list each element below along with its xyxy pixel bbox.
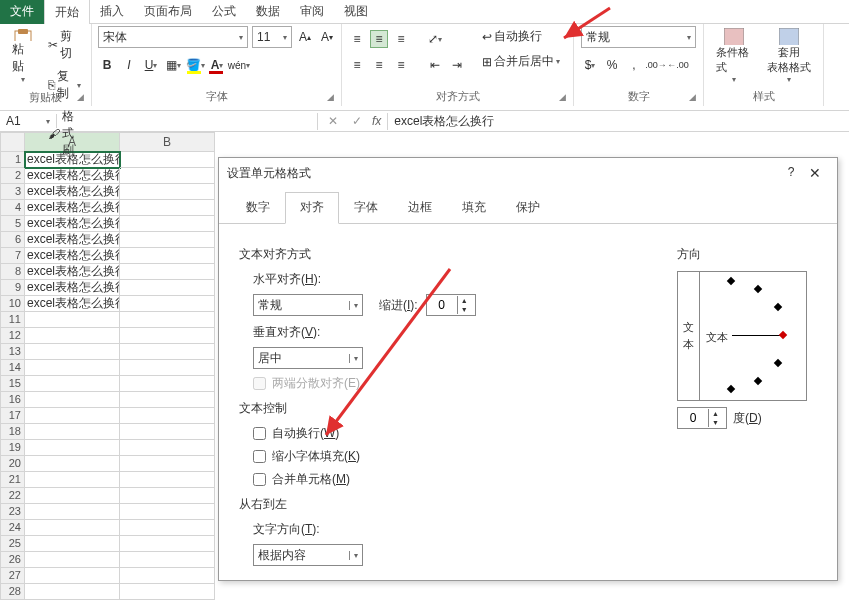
- comma-button[interactable]: ,: [625, 56, 643, 74]
- row-header[interactable]: 24: [0, 520, 25, 536]
- row-header[interactable]: 2: [0, 168, 25, 184]
- row-header[interactable]: 10: [0, 296, 25, 312]
- degree-input[interactable]: [678, 411, 708, 425]
- cell[interactable]: [120, 392, 215, 408]
- merge-center-button[interactable]: ⊞合并后居中▾: [478, 51, 564, 72]
- cell[interactable]: [25, 584, 120, 600]
- cell[interactable]: [25, 456, 120, 472]
- tab-review[interactable]: 审阅: [290, 0, 334, 24]
- cell[interactable]: [120, 472, 215, 488]
- dialog-help-button[interactable]: ?: [781, 165, 801, 181]
- row-header[interactable]: 17: [0, 408, 25, 424]
- cell[interactable]: [25, 488, 120, 504]
- font-color-button[interactable]: A▾: [208, 56, 226, 74]
- text-direction-select[interactable]: 根据内容▾: [253, 544, 363, 566]
- decrease-font-button[interactable]: A▾: [318, 28, 336, 46]
- tab-data[interactable]: 数据: [246, 0, 290, 24]
- v-align-select[interactable]: 居中▾: [253, 347, 363, 369]
- cell[interactable]: [120, 360, 215, 376]
- cell[interactable]: [120, 584, 215, 600]
- cell[interactable]: [120, 376, 215, 392]
- decrease-decimal-button[interactable]: ←.00: [669, 56, 687, 74]
- cell[interactable]: excel表格怎么换行: [25, 296, 120, 312]
- cell[interactable]: [120, 184, 215, 200]
- cell[interactable]: [25, 392, 120, 408]
- cell[interactable]: [25, 360, 120, 376]
- row-header[interactable]: 14: [0, 360, 25, 376]
- orientation-vertical[interactable]: 文本: [678, 272, 700, 400]
- row-header[interactable]: 15: [0, 376, 25, 392]
- increase-font-button[interactable]: A▴: [296, 28, 314, 46]
- cell[interactable]: [120, 216, 215, 232]
- row-header[interactable]: 1: [0, 152, 25, 168]
- cell[interactable]: [25, 312, 120, 328]
- row-header[interactable]: 28: [0, 584, 25, 600]
- cell[interactable]: [120, 168, 215, 184]
- paste-button[interactable]: 粘贴 ▾: [6, 26, 40, 86]
- border-button[interactable]: ▦▾: [164, 56, 182, 74]
- underline-button[interactable]: U▾: [142, 56, 160, 74]
- cell[interactable]: [120, 232, 215, 248]
- fill-color-button[interactable]: 🪣▾: [186, 56, 204, 74]
- deg-down[interactable]: ▼: [709, 418, 722, 427]
- phonetic-button[interactable]: wén▾: [230, 56, 248, 74]
- cell[interactable]: [25, 376, 120, 392]
- align-top-button[interactable]: ≡: [348, 30, 366, 48]
- select-all-corner[interactable]: [0, 132, 25, 152]
- tab-formula[interactable]: 公式: [202, 0, 246, 24]
- cell[interactable]: [25, 520, 120, 536]
- cell[interactable]: [120, 520, 215, 536]
- cell[interactable]: excel表格怎么换行: [25, 168, 120, 184]
- row-header[interactable]: 8: [0, 264, 25, 280]
- row-header[interactable]: 22: [0, 488, 25, 504]
- row-header[interactable]: 4: [0, 200, 25, 216]
- cell[interactable]: [120, 504, 215, 520]
- cell[interactable]: [120, 456, 215, 472]
- row-header[interactable]: 12: [0, 328, 25, 344]
- cell[interactable]: [120, 312, 215, 328]
- row-header[interactable]: 3: [0, 184, 25, 200]
- dlg-tab-border[interactable]: 边框: [393, 192, 447, 223]
- cell[interactable]: [120, 552, 215, 568]
- cell[interactable]: excel表格怎么换行: [25, 232, 120, 248]
- number-format-select[interactable]: 常规▾: [581, 26, 696, 48]
- row-header[interactable]: 9: [0, 280, 25, 296]
- cell[interactable]: [120, 440, 215, 456]
- conditional-format-button[interactable]: 条件格式▾: [710, 26, 757, 86]
- cell[interactable]: [25, 472, 120, 488]
- row-header[interactable]: 25: [0, 536, 25, 552]
- row-header[interactable]: 18: [0, 424, 25, 440]
- wrap-text-button[interactable]: ↩自动换行: [478, 26, 564, 47]
- cell[interactable]: excel表格怎么换行: [25, 200, 120, 216]
- cell[interactable]: [120, 344, 215, 360]
- indent-spinner[interactable]: ▲▼: [426, 294, 476, 316]
- clipboard-launcher[interactable]: ◢: [77, 92, 89, 104]
- cell[interactable]: [25, 328, 120, 344]
- tab-file[interactable]: 文件: [0, 0, 44, 24]
- cell[interactable]: excel表格怎么换行: [25, 248, 120, 264]
- shrink-to-fit-checkbox[interactable]: [253, 450, 266, 463]
- cell[interactable]: [120, 200, 215, 216]
- dlg-tab-fill[interactable]: 填充: [447, 192, 501, 223]
- cell[interactable]: [120, 536, 215, 552]
- cell[interactable]: [120, 424, 215, 440]
- italic-button[interactable]: I: [120, 56, 138, 74]
- row-header[interactable]: 23: [0, 504, 25, 520]
- cell[interactable]: [25, 408, 120, 424]
- decrease-indent-button[interactable]: ⇤: [426, 56, 444, 74]
- row-header[interactable]: 13: [0, 344, 25, 360]
- cell[interactable]: [25, 504, 120, 520]
- cell[interactable]: [25, 536, 120, 552]
- percent-button[interactable]: %: [603, 56, 621, 74]
- cancel-formula-button[interactable]: ✕: [324, 114, 342, 128]
- h-align-select[interactable]: 常规▾: [253, 294, 363, 316]
- font-size-select[interactable]: 11▾: [252, 26, 292, 48]
- cell[interactable]: excel表格怎么换行: [25, 280, 120, 296]
- align-bottom-button[interactable]: ≡: [392, 30, 410, 48]
- row-header[interactable]: 6: [0, 232, 25, 248]
- row-header[interactable]: 16: [0, 392, 25, 408]
- cell[interactable]: excel表格怎么换行: [25, 264, 120, 280]
- tab-layout[interactable]: 页面布局: [134, 0, 202, 24]
- tab-insert[interactable]: 插入: [90, 0, 134, 24]
- cell[interactable]: excel表格怎么换行: [25, 216, 120, 232]
